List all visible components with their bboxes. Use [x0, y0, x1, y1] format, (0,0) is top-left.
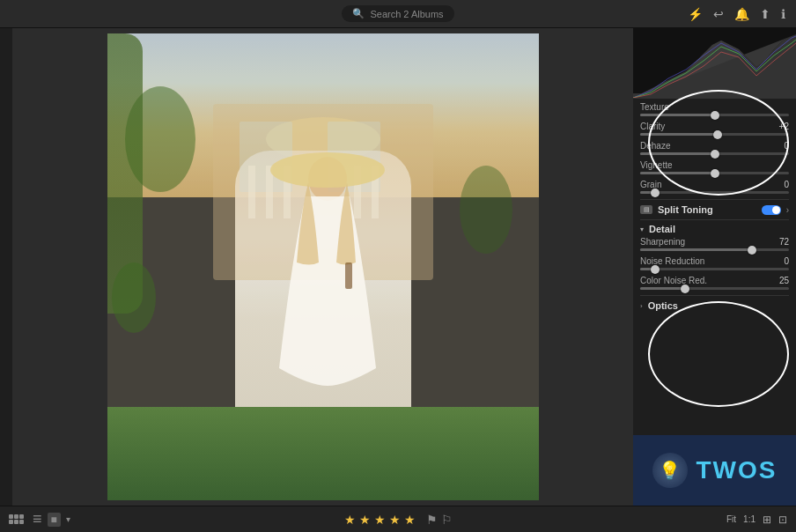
- histogram: [633, 28, 796, 99]
- bottom-bar: ≡ ■ ▾ ★ ★ ★ ★ ★ ⚑ ⚐ Fit 1:1 ⊞ ⊡: [0, 506, 796, 532]
- color-noise-fill: [640, 287, 685, 290]
- svg-rect-14: [107, 412, 539, 425]
- color-noise-slider[interactable]: [640, 287, 789, 290]
- compare-icon[interactable]: ⊞: [763, 514, 771, 526]
- top-bar: 🔍 Search 2 Albums ⚡ ↩ 🔔 ⬆ ℹ: [0, 0, 796, 28]
- noise-reduction-label: Noise Reduction: [640, 256, 704, 266]
- svg-point-9: [460, 166, 512, 254]
- color-noise-row: Color Noise Red. 25: [640, 276, 789, 290]
- sharpening-slider[interactable]: [640, 248, 789, 251]
- fit-label[interactable]: Fit: [726, 514, 736, 524]
- optics-header: › Optics: [640, 295, 789, 314]
- clarity-value: +2: [771, 122, 789, 131]
- photo-container: [107, 33, 539, 500]
- undo-icon[interactable]: ↩: [713, 7, 724, 21]
- vignette-thumb[interactable]: [711, 169, 719, 178]
- clarity-thumb[interactable]: [713, 130, 722, 139]
- toggle-knob: [772, 206, 780, 214]
- optics-label: Optics: [648, 300, 789, 311]
- twos-area: 💡 TWOS: [633, 435, 796, 506]
- grain-slider[interactable]: [640, 191, 789, 194]
- star-4[interactable]: ★: [389, 513, 401, 527]
- noise-reduction-row: Noise Reduction 0: [640, 256, 789, 270]
- star-5[interactable]: ★: [404, 513, 416, 527]
- texture-slider[interactable]: [640, 114, 789, 116]
- detail-chevron[interactable]: ▾: [640, 225, 644, 233]
- ratio-label[interactable]: 1:1: [743, 514, 755, 524]
- view-options-icon[interactable]: ■: [48, 513, 61, 527]
- texture-row: Texture: [640, 102, 789, 116]
- grain-row: Grain 0: [640, 180, 789, 194]
- list-view-icon[interactable]: ≡: [33, 510, 42, 528]
- split-toning-label: Split Toning: [658, 204, 756, 215]
- color-noise-value: 25: [771, 276, 789, 285]
- dehaze-fill: [640, 152, 715, 155]
- sharpening-thumb[interactable]: [748, 246, 756, 255]
- bell-icon[interactable]: 🔔: [734, 7, 749, 21]
- grain-label: Grain: [640, 180, 661, 189]
- sharpening-row: Sharpening 72: [640, 237, 789, 251]
- sharpening-fill: [640, 248, 752, 251]
- grid-detail-icon[interactable]: ⊡: [778, 514, 787, 526]
- twos-logo-icon: 💡: [652, 453, 688, 488]
- dress: [235, 151, 411, 431]
- bulb-icon: 💡: [659, 460, 681, 481]
- star-3[interactable]: ★: [374, 513, 386, 527]
- star-1[interactable]: ★: [344, 513, 356, 527]
- info-icon[interactable]: ℹ: [781, 7, 785, 21]
- noise-reduction-slider[interactable]: [640, 268, 789, 270]
- twos-text: TWOS: [696, 456, 778, 484]
- search-placeholder: Search 2 Albums: [370, 9, 443, 19]
- reject-flag-icon[interactable]: ⚐: [441, 513, 453, 527]
- color-noise-thumb[interactable]: [681, 284, 689, 293]
- split-toning-arrow[interactable]: ›: [786, 205, 789, 215]
- right-panel: Texture Clarity +2: [633, 28, 796, 506]
- split-toning-header: ▤ Split Toning ›: [640, 199, 789, 218]
- optics-chevron[interactable]: ›: [640, 302, 643, 310]
- texture-fill: [640, 114, 715, 116]
- top-bar-actions: ⚡ ↩ 🔔 ⬆ ℹ: [688, 7, 785, 21]
- vignette-slider[interactable]: [640, 172, 789, 174]
- grain-thumb[interactable]: [651, 188, 660, 197]
- flag-icon[interactable]: ⚑: [426, 513, 438, 527]
- detail-header: ▾ Detail: [640, 219, 789, 237]
- adjustment-panel: Texture Clarity +2: [633, 99, 796, 435]
- dehaze-row: Dehaze 0: [640, 141, 789, 155]
- dehaze-thumb[interactable]: [711, 150, 719, 159]
- view-dropdown-icon[interactable]: ▾: [66, 514, 70, 524]
- photo-area: [12, 28, 633, 506]
- clarity-fill: [640, 133, 718, 136]
- search-bar[interactable]: 🔍 Search 2 Albums: [342, 5, 453, 22]
- dehaze-label: Dehaze: [640, 141, 670, 151]
- vignette-fill: [640, 172, 715, 174]
- star-2[interactable]: ★: [359, 513, 371, 527]
- clarity-slider[interactable]: [640, 133, 789, 136]
- noise-reduction-thumb[interactable]: [651, 265, 660, 274]
- split-toning-toggle[interactable]: [762, 205, 781, 215]
- grid-view-icon[interactable]: [9, 514, 24, 524]
- main-area: Texture Clarity +2: [0, 28, 796, 506]
- detail-label: Detail: [649, 224, 789, 234]
- color-noise-label: Color Noise Red.: [640, 276, 707, 285]
- vignette-label: Vignette: [640, 160, 673, 170]
- dehaze-slider[interactable]: [640, 152, 789, 155]
- search-icon: 🔍: [352, 8, 365, 19]
- histogram-svg: [633, 28, 796, 98]
- grain-value: 0: [771, 180, 789, 189]
- filter-icon[interactable]: ⚡: [688, 7, 703, 21]
- texture-label: Texture: [640, 102, 669, 112]
- rating-stars: ★ ★ ★ ★ ★ ⚑ ⚐: [344, 513, 453, 527]
- photo-image: [107, 33, 539, 500]
- svg-point-17: [442, 452, 530, 500]
- noise-reduction-value: 0: [771, 256, 789, 266]
- texture-thumb[interactable]: [711, 111, 719, 120]
- share-icon[interactable]: ⬆: [760, 7, 770, 21]
- sharpening-label: Sharpening: [640, 237, 685, 247]
- svg-rect-15: [107, 425, 539, 439]
- sharpening-value: 72: [771, 237, 789, 247]
- vignette-row: Vignette: [640, 160, 789, 174]
- bottom-right: Fit 1:1 ⊞ ⊡: [726, 514, 787, 526]
- svg-point-16: [112, 439, 209, 500]
- clarity-label: Clarity: [640, 122, 665, 131]
- split-toning-icon: ▤: [640, 205, 652, 214]
